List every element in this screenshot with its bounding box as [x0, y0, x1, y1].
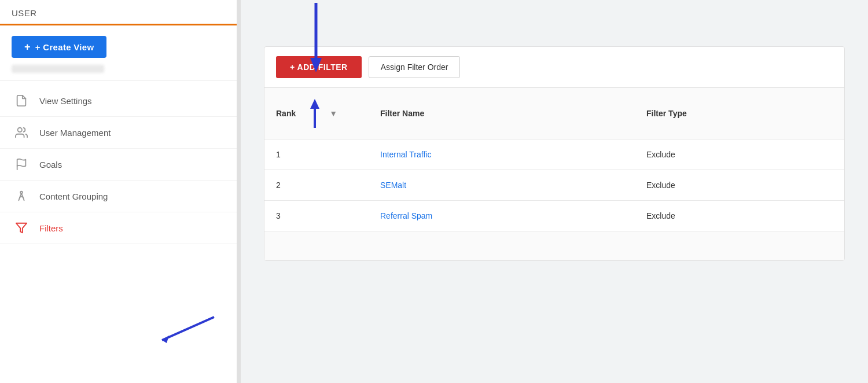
filter-table-body: 1 Internal Traffic Exclude 2 SEMalt Excl…	[264, 139, 844, 260]
filter-table: Rank ▼ Filter Name Filter Type	[264, 88, 844, 260]
filter-type-cell: Exclude	[635, 201, 844, 231]
svg-point-0	[18, 128, 22, 132]
table-row: 1 Internal Traffic Exclude	[264, 139, 844, 170]
svg-marker-9	[310, 99, 319, 109]
sidebar-top-section: + + Create View	[0, 25, 237, 80]
rank-cell: 3	[264, 201, 369, 231]
filter-name-column-header: Filter Name	[369, 88, 635, 139]
flag-icon	[14, 157, 29, 172]
main-content: + ADD FILTER Assign Filter Order Rank	[241, 0, 868, 383]
sidebar: USER + + Create View View Settings	[0, 0, 237, 383]
empty-cell	[264, 231, 844, 260]
filter-name-cell: SEMalt	[369, 170, 635, 201]
sidebar-item-filters[interactable]: Filters	[0, 212, 237, 244]
sidebar-item-label-content-grouping: Content Grouping	[39, 192, 108, 201]
document-icon	[14, 93, 29, 108]
table-header-row: Rank ▼ Filter Name Filter Type	[264, 88, 844, 139]
filter-type-column-header: Filter Type	[635, 88, 844, 139]
rank-cell: 2	[264, 170, 369, 201]
sidebar-item-label-goals: Goals	[39, 160, 62, 170]
sidebar-item-label-user-management: User Management	[39, 128, 111, 138]
filter-name-cell: Internal Traffic	[369, 139, 635, 170]
svg-marker-5	[162, 336, 169, 343]
rank-cell: 1	[264, 139, 369, 170]
assign-filter-order-button[interactable]: Assign Filter Order	[369, 56, 461, 78]
internal-traffic-link[interactable]: Internal Traffic	[380, 150, 431, 159]
filter-type-cell: Exclude	[635, 139, 844, 170]
rank-column-header: Rank ▼	[264, 88, 369, 139]
filter-toolbar: + ADD FILTER Assign Filter Order	[264, 47, 844, 88]
empty-table-row	[264, 231, 844, 260]
figure-icon	[14, 189, 29, 204]
semalt-link[interactable]: SEMalt	[380, 181, 406, 190]
sidebar-item-view-settings[interactable]: View Settings	[0, 85, 237, 117]
add-filter-button[interactable]: + ADD FILTER	[276, 56, 362, 78]
filter-name-cell: Referral Spam	[369, 201, 635, 231]
referral-spam-link[interactable]: Referral Spam	[380, 211, 432, 220]
create-view-label: + Create View	[35, 42, 94, 52]
filter-type-cell: Exclude	[635, 170, 844, 201]
sidebar-section-label: USER	[12, 8, 37, 24]
sidebar-item-label-view-settings: View Settings	[39, 96, 92, 106]
sidebar-item-label-filters: Filters	[39, 223, 63, 233]
sidebar-header: USER	[0, 0, 237, 25]
inner-annotation-arrow	[306, 96, 323, 131]
sort-down-icon[interactable]: ▼	[329, 109, 337, 118]
sidebar-item-content-grouping[interactable]: Content Grouping	[0, 181, 237, 212]
blurred-bar	[12, 65, 104, 73]
svg-marker-3	[16, 223, 27, 233]
users-icon	[14, 125, 29, 140]
sidebar-item-goals[interactable]: Goals	[0, 149, 237, 181]
table-row: 2 SEMalt Exclude	[264, 170, 844, 201]
sidebar-nav: View Settings User Management	[0, 80, 237, 249]
filter-icon	[14, 220, 29, 235]
table-row: 3 Referral Spam Exclude	[264, 201, 844, 231]
create-view-button[interactable]: + + Create View	[12, 36, 106, 58]
svg-line-4	[162, 317, 214, 340]
plus-icon: +	[24, 42, 31, 52]
filter-container: + ADD FILTER Assign Filter Order Rank	[264, 46, 845, 261]
sidebar-annotation-arrow	[156, 305, 231, 354]
sidebar-item-user-management[interactable]: User Management	[0, 117, 237, 149]
